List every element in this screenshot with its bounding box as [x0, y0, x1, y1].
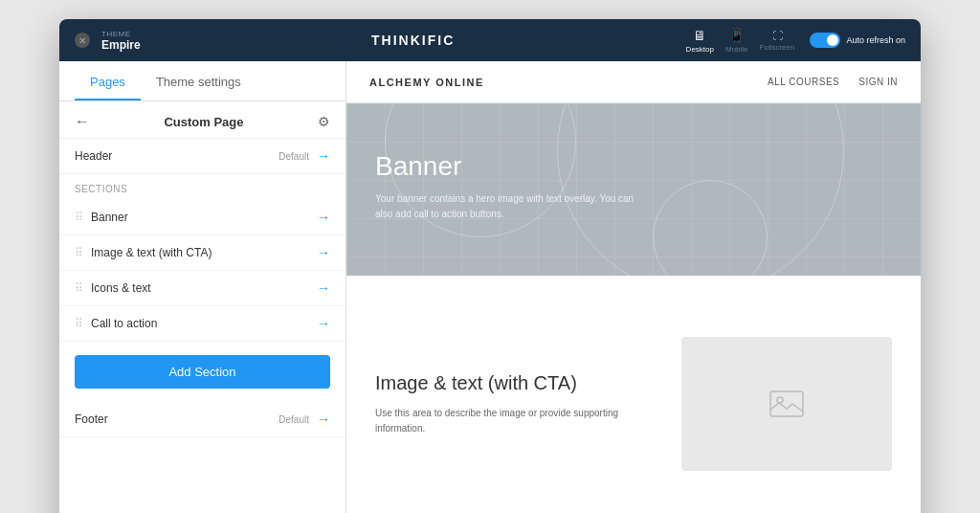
preview-banner-section: Banner Your banner contains a hero image… — [346, 103, 921, 276]
cta-arrow-icon: → — [317, 316, 330, 331]
toggle-switch[interactable] — [810, 33, 840, 48]
footer-arrow-icon: → — [317, 412, 330, 427]
banner-arrow-icon: → — [317, 210, 330, 225]
header-row-right: Default → — [278, 148, 330, 164]
fullscreen-icon: ⛶ — [772, 30, 783, 41]
image-text-content: Image & text (with CTA) Use this area to… — [375, 372, 658, 436]
section-item-cta[interactable]: ⠿ Call to action → — [59, 306, 345, 342]
image-text-description: Use this area to describe the image or p… — [375, 406, 658, 436]
tab-theme-settings[interactable]: Theme settings — [141, 61, 256, 100]
section-item-cta-left: ⠿ Call to action — [75, 317, 157, 330]
header-row[interactable]: Header Default → — [59, 139, 345, 174]
preview-nav-logo: ALCHEMY ONLINE — [369, 77, 484, 88]
svg-rect-0 — [770, 391, 803, 416]
sidebar-tabs: Pages Theme settings — [59, 61, 345, 101]
sections-heading: Sections — [59, 174, 345, 200]
sidebar-content: ← Custom Page ⚙ Header Default → Section… — [59, 101, 345, 513]
preview-image-text-section: Image & text (with CTA) Use this area to… — [346, 276, 921, 513]
banner-content: Banner Your banner contains a hero image… — [375, 151, 892, 222]
banner-title: Banner — [375, 151, 892, 182]
preview-area: ALCHEMY ONLINE ALL COURSES SIGN IN Banne… — [346, 61, 921, 513]
section-cta-label: Call to action — [91, 317, 157, 330]
sidebar-page-header: ← Custom Page ⚙ — [59, 101, 345, 139]
footer-label: Footer — [75, 413, 108, 426]
header-default: Default — [278, 151, 309, 162]
preview-nav-links: ALL COURSES SIGN IN — [768, 77, 898, 87]
desktop-label: Desktop — [686, 45, 714, 54]
toggle-label: Auto refresh on — [846, 35, 905, 45]
section-item-image-text-left: ⠿ Image & text (with CTA) — [75, 246, 212, 259]
drag-handle-icon: ⠿ — [75, 211, 83, 224]
fullscreen-label: Fullscreen — [760, 43, 795, 52]
image-placeholder-icon — [769, 390, 804, 417]
section-icons-text-label: Icons & text — [91, 281, 151, 295]
tab-pages[interactable]: Pages — [75, 61, 141, 100]
section-banner-label: Banner — [91, 211, 128, 224]
theme-name: Empire — [101, 38, 141, 52]
preview-nav-sign-in: SIGN IN — [858, 77, 898, 87]
desktop-button[interactable]: 🖥 Desktop — [686, 28, 714, 54]
topbar-controls: 🖥 Desktop 📱 Mobile ⛶ Fullscreen Auto ref… — [686, 28, 905, 54]
app-title: THINKIFIC — [152, 33, 675, 48]
footer-row[interactable]: Footer Default → — [59, 402, 345, 437]
header-label: Header — [75, 149, 112, 163]
add-section-button[interactable]: Add Section — [75, 355, 330, 389]
desktop-icon: 🖥 — [693, 28, 706, 43]
mobile-icon: 📱 — [728, 28, 745, 43]
mobile-label: Mobile — [725, 45, 748, 54]
drag-handle-icon-4: ⠿ — [75, 317, 83, 330]
banner-description: Your banner contains a hero image with t… — [375, 191, 643, 222]
footer-default: Default — [278, 414, 309, 425]
mobile-button[interactable]: 📱 Mobile — [725, 28, 748, 54]
image-text-arrow-icon: → — [317, 245, 330, 260]
header-arrow-icon: → — [317, 148, 330, 164]
back-button[interactable]: ← — [75, 113, 90, 130]
topbar: ✕ THEME Empire THINKIFIC 🖥 Desktop 📱 Mob… — [59, 19, 921, 61]
svg-point-1 — [777, 397, 783, 403]
settings-icon[interactable]: ⚙ — [318, 114, 330, 129]
image-placeholder — [681, 337, 892, 471]
close-button[interactable]: ✕ — [75, 33, 90, 48]
section-item-image-text[interactable]: ⠿ Image & text (with CTA) → — [59, 235, 345, 271]
section-image-text-label: Image & text (with CTA) — [91, 246, 212, 259]
image-text-title: Image & text (with CTA) — [375, 372, 658, 394]
section-item-icons-text[interactable]: ⠿ Icons & text → — [59, 271, 345, 306]
preview-nav-all-courses: ALL COURSES — [768, 77, 839, 87]
footer-row-right: Default → — [278, 412, 330, 427]
theme-label-text: THEME — [101, 30, 141, 38]
drag-handle-icon-2: ⠿ — [75, 246, 83, 259]
section-item-banner[interactable]: ⠿ Banner → — [59, 200, 345, 235]
fullscreen-button[interactable]: ⛶ Fullscreen — [760, 30, 795, 52]
section-item-banner-left: ⠿ Banner — [75, 211, 128, 224]
page-title: Custom Page — [90, 115, 318, 129]
main-area: Pages Theme settings ← Custom Page ⚙ Hea… — [59, 61, 921, 513]
auto-refresh-toggle[interactable]: Auto refresh on — [810, 33, 905, 48]
sidebar: Pages Theme settings ← Custom Page ⚙ Hea… — [59, 61, 346, 513]
preview-nav: ALCHEMY ONLINE ALL COURSES SIGN IN — [346, 61, 921, 103]
drag-handle-icon-3: ⠿ — [75, 281, 83, 295]
icons-text-arrow-icon: → — [317, 280, 330, 296]
theme-info: THEME Empire — [101, 30, 141, 52]
device-group: 🖥 Desktop 📱 Mobile ⛶ Fullscreen — [686, 28, 795, 54]
section-item-icons-text-left: ⠿ Icons & text — [75, 281, 151, 295]
app-window: ✕ THEME Empire THINKIFIC 🖥 Desktop 📱 Mob… — [59, 19, 921, 513]
